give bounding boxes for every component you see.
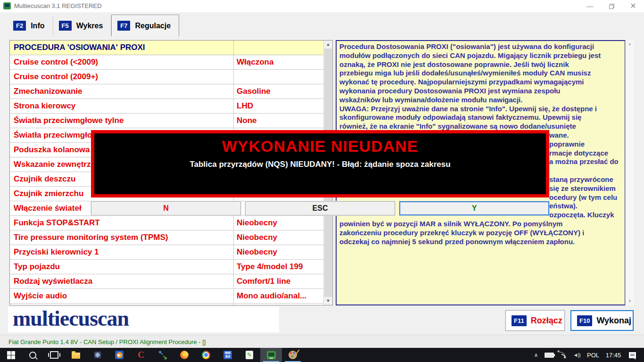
table-row[interactable]: Światła przeciwmgłowe tylneNone [10,114,332,128]
row-value: Niewłączony [234,304,332,305]
row-label: Cruise control (<2009) [10,55,234,69]
info-text-line: przebiegu miga lub jeśli dodałeś/usunąłe… [339,69,623,78]
remote-desktop-icon: ↖↘ [158,351,167,359]
app-icon [3,2,11,9]
tray-chevron-icon[interactable]: ∧ [530,348,542,362]
table-row[interactable]: Strona kierowcyLHD [10,99,332,114]
taskbar-icons: ▶C↖↘64✎ [0,348,304,362]
table-row[interactable]: Cruise control (2009+) [10,70,332,84]
row-value: LHD [234,99,332,113]
taskbar-icon-file-explorer[interactable] [65,348,87,362]
graphics-tool-icon [289,351,297,359]
tab-info[interactable]: F2Info [8,15,53,37]
tab-bar: F2InfoF5WykresF7Regulacje [8,15,179,37]
row-label: Typ pojazdu [10,260,234,274]
footer-button-rozłącz[interactable]: F11Rozłącz [505,310,565,331]
row-label: Zmechanizowanie [10,84,234,99]
row-value: Włączona [234,55,332,69]
media-player-icon: ▶ [115,351,124,359]
tab-label: Info [31,22,44,30]
multiecuscan-icon [267,351,276,359]
scroll-up-icon[interactable]: ▲ [626,40,634,48]
scroll-up-icon[interactable]: ▲ [324,41,332,49]
error-dialog-message: Tablica przyrządów (NQS) NIEUDANY! - Błą… [94,160,546,169]
tab-regulacje[interactable]: F7Regulacje [111,15,179,37]
info-text-line: wskaźników lub wymiana/dołożenie modułu … [339,96,623,105]
fkey-badge: F2 [13,21,26,31]
error-dialog-buttons: NESCY [91,201,549,215]
close-button[interactable]: ✕ [622,0,644,12]
footer-button-wykonaj[interactable]: F10Wykonaj [570,310,634,331]
table-row[interactable]: ZmechanizowanieGasoline [10,84,332,99]
taskbar-icon-graphics-tool[interactable] [282,348,304,362]
taskbar-icon-search[interactable] [22,348,43,362]
table-row[interactable]: Tire pressure monitoring system (TPMS)Ni… [10,230,332,245]
table-row[interactable]: Cruise control (<2009)Włączona [10,55,332,70]
taskbar-icon-notepad-plus[interactable]: ✎ [239,348,260,362]
scroll-down-icon[interactable]: ▼ [626,297,634,305]
table-header-row: PROCEDURA 'OSIOWANIA' PROXI [10,41,332,55]
table-row[interactable]: Wyjście audioMono audio/anal... [10,289,332,304]
dialog-button-y[interactable]: Y [399,201,549,215]
notepad-plus-icon: ✎ [246,351,253,359]
language-indicator[interactable]: POL [584,348,603,362]
title-bar: Multiecuscan 3.1 REGISTERED — ✕ [0,0,644,12]
row-value: Type 4/model 199 [234,260,332,274]
taskbar-icon-firefox[interactable] [173,348,195,362]
task-view-icon [50,351,58,359]
info-text-line: powinien być w pozycji MAR a silnik WYŁĄ… [339,220,623,229]
table-row[interactable]: Rodzaj wyświetlaczaComfort/1 line [10,274,332,289]
row-value: Nieobecny [234,245,332,259]
taskbar-icon-virtualbox[interactable] [87,348,108,362]
speaker-icon[interactable]: ◄)) [570,348,584,362]
minimize-button[interactable]: — [579,0,601,12]
row-value: Comfort/1 line [234,274,332,288]
fkey-badge: F5 [59,21,72,31]
info-panel-scrollbar[interactable]: ▲ ▼ [625,40,634,305]
info-text-line: oznaką, że PROXI nie jest dostosowane po… [339,60,623,69]
fkey-badge: F10 [577,315,592,326]
dialog-button-n[interactable]: N [91,201,241,215]
row-label: Funkcja STOP&START [10,216,234,230]
error-dialog-title: WYKONANIE NIEUDANE [94,137,546,156]
row-value: Gasoline [234,84,332,99]
taskbar-icon-task-view[interactable] [43,348,65,362]
battery-icon[interactable] [542,348,556,362]
taskbar-icon-ccleaner[interactable]: C [130,348,152,362]
footer-button-label: Rozłącz [531,316,562,326]
tab-label: Wykres [76,22,103,30]
virtualbox-icon [94,352,101,358]
tab-wykres[interactable]: F5Wykres [53,15,111,37]
multiecuscan-logo: multiecuscan [13,306,129,331]
dialog-button-esc[interactable]: ESC [245,201,395,215]
clock[interactable]: 17:45 [603,348,624,362]
file-explorer-icon [72,353,80,359]
taskbar-icon-chrome[interactable] [195,348,217,362]
table-header-value [234,41,332,55]
wifi-icon[interactable]: * [556,348,570,362]
info-text-line: modułów podłączonych do sieci CAN pojazd… [339,51,623,60]
info-text-line: UWAGA: Przejrzyj uważnie dane na stronie… [339,105,623,114]
info-text-line: zakończeniu procedury przekręć kluczyk w… [339,229,623,238]
table-row[interactable]: Funkcja STOP&STARTNieobecny [10,216,332,230]
table-row[interactable]: Wejście liniowe audioNiewłączony [10,304,332,305]
taskbar-icon-win64-tool[interactable]: 64 [217,348,239,362]
row-label: Światła przeciwmgłowe tylne [10,114,234,128]
restore-button[interactable] [601,0,622,12]
row-label: Rodzaj wyświetlacza [10,274,234,288]
footer-button-label: Wykonaj [596,316,631,326]
taskbar-icon-start[interactable] [0,348,22,362]
table-row[interactable]: Przyciski kierownicy 1Nieobecny [10,245,332,260]
row-value: Nieobecny [234,216,332,230]
row-label: Strona kierowcy [10,99,234,113]
taskbar-icon-multiecuscan[interactable] [260,348,282,362]
scroll-down-icon[interactable]: ▼ [324,297,332,305]
action-center-icon[interactable] [624,348,640,362]
table-row[interactable]: Typ pojazduType 4/model 199 [10,260,332,274]
taskbar-icon-remote-desktop[interactable]: ↖↘ [152,348,173,362]
taskbar-icon-media-player[interactable]: ▶ [108,348,130,362]
start-icon [7,351,15,359]
table-header-title: PROCEDURA 'OSIOWANIA' PROXI [10,41,234,55]
system-tray: ∧ * ◄)) POL 17:45 [530,348,644,362]
row-label: Przyciski kierownicy 1 [10,245,234,259]
